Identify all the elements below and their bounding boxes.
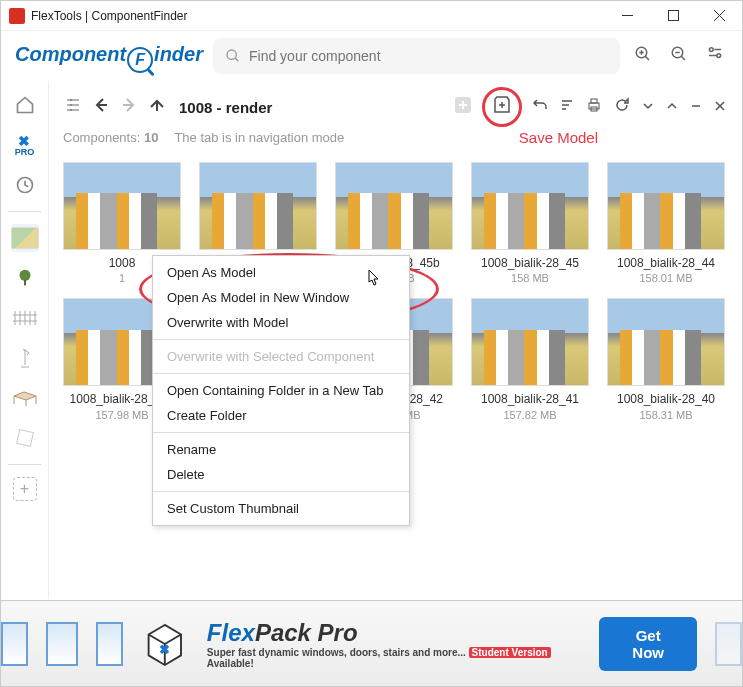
menu-separator bbox=[153, 432, 409, 433]
menu-open-new-window[interactable]: Open As Model in New Window bbox=[153, 285, 409, 310]
sidebar: ✖PRO + bbox=[1, 81, 49, 599]
thumb-tree-icon[interactable] bbox=[11, 264, 39, 292]
thumbnail-card[interactable]: 1008_bialik-28_40158.31 MB bbox=[607, 298, 725, 420]
toolbar: 1008 - render bbox=[63, 91, 728, 123]
thumb-fence-icon[interactable] bbox=[11, 304, 39, 332]
banner-text: FlexPack Pro Super fast dynamic windows,… bbox=[207, 619, 581, 669]
maximize-button[interactable] bbox=[650, 1, 696, 31]
zoom-in-icon[interactable] bbox=[630, 41, 656, 71]
print-icon[interactable] bbox=[584, 95, 604, 119]
close-panel-icon[interactable] bbox=[712, 96, 728, 118]
menu-open-as-model[interactable]: Open As Model bbox=[153, 260, 409, 285]
get-now-button[interactable]: Get Now bbox=[599, 617, 697, 671]
tree-toggle-icon[interactable] bbox=[63, 95, 83, 119]
main-area: ✖PRO + 1008 - render bbox=[1, 81, 742, 599]
back-button[interactable] bbox=[91, 95, 111, 119]
header: Component F inder bbox=[1, 31, 742, 81]
box-icon: ✖ bbox=[141, 619, 189, 669]
refresh-icon[interactable] bbox=[612, 95, 632, 119]
svg-point-4 bbox=[709, 48, 713, 52]
breadcrumb[interactable]: 1008 - render bbox=[179, 99, 272, 116]
logo-text-1: Component bbox=[15, 43, 126, 66]
settings-icon[interactable] bbox=[702, 41, 728, 71]
menu-delete[interactable]: Delete bbox=[153, 462, 409, 487]
thumbnail-card[interactable]: 1008_bialik-28_44158.01 MB bbox=[607, 162, 725, 284]
home-icon[interactable] bbox=[11, 91, 39, 119]
menu-rename[interactable]: Rename bbox=[153, 437, 409, 462]
svg-point-1 bbox=[227, 50, 236, 59]
xpro-icon[interactable]: ✖PRO bbox=[11, 131, 39, 159]
menu-create-folder[interactable]: Create Folder bbox=[153, 403, 409, 428]
menu-set-thumbnail[interactable]: Set Custom Thumbnail bbox=[153, 496, 409, 521]
forward-button[interactable] bbox=[119, 95, 139, 119]
svg-point-5 bbox=[717, 54, 721, 58]
window-icon bbox=[46, 622, 79, 666]
thumb-shape-icon[interactable] bbox=[11, 424, 39, 452]
history-icon[interactable] bbox=[11, 171, 39, 199]
window-title: FlexTools | ComponentFinder bbox=[31, 9, 604, 23]
thumbnail-card[interactable]: 1008_bialik-28_45158 MB bbox=[471, 162, 589, 284]
expand-icon[interactable] bbox=[664, 96, 680, 118]
thumbnail-card[interactable]: 1008_bialik-28_41157.82 MB bbox=[471, 298, 589, 420]
menu-separator bbox=[153, 339, 409, 340]
zoom-out-icon[interactable] bbox=[666, 41, 692, 71]
svg-rect-0 bbox=[668, 11, 678, 21]
content-panel: 1008 - render Components: 10 The tab is … bbox=[49, 81, 742, 599]
up-button[interactable] bbox=[147, 95, 167, 119]
titlebar: FlexTools | ComponentFinder bbox=[1, 1, 742, 31]
search-field[interactable] bbox=[213, 38, 620, 74]
context-menu: Open As Model Open As Model in New Windo… bbox=[152, 255, 410, 526]
door-icon bbox=[1, 622, 28, 666]
status-row: Components: 10 The tab is in navigation … bbox=[63, 129, 728, 146]
svg-rect-8 bbox=[24, 280, 26, 286]
thumb-building-icon[interactable] bbox=[11, 224, 39, 252]
svg-point-7 bbox=[19, 270, 30, 281]
add-button[interactable] bbox=[452, 94, 474, 120]
menu-overwrite-model[interactable]: Overwrite with Model bbox=[153, 310, 409, 335]
undo-icon[interactable] bbox=[530, 95, 550, 119]
thumb-lamp-icon[interactable] bbox=[11, 344, 39, 372]
search-icon bbox=[225, 48, 241, 64]
minimize-panel-icon[interactable] bbox=[688, 96, 704, 118]
app-logo: Component F inder bbox=[15, 43, 203, 69]
logo-f-glyph: F bbox=[127, 47, 153, 73]
search-input[interactable] bbox=[249, 48, 608, 64]
svg-point-10 bbox=[70, 104, 72, 106]
app-icon bbox=[9, 8, 25, 24]
logo-text-2: inder bbox=[154, 43, 203, 66]
save-model-button[interactable] bbox=[491, 94, 513, 120]
svg-point-11 bbox=[70, 109, 72, 111]
sidebar-divider-2 bbox=[8, 464, 41, 465]
svg-text:✖: ✖ bbox=[160, 641, 171, 656]
door-icon-3 bbox=[715, 622, 742, 666]
svg-rect-14 bbox=[591, 99, 597, 103]
thumb-desk-icon[interactable] bbox=[11, 384, 39, 412]
menu-separator bbox=[153, 373, 409, 374]
svg-point-9 bbox=[70, 99, 72, 101]
minimize-button[interactable] bbox=[604, 1, 650, 31]
sidebar-divider bbox=[8, 211, 41, 212]
menu-separator bbox=[153, 491, 409, 492]
save-model-label: Save Model bbox=[519, 129, 598, 146]
collapse-icon[interactable] bbox=[640, 96, 656, 118]
sort-icon[interactable] bbox=[558, 96, 576, 118]
close-button[interactable] bbox=[696, 1, 742, 31]
save-model-highlight bbox=[482, 87, 522, 127]
menu-open-folder[interactable]: Open Containing Folder in a New Tab bbox=[153, 378, 409, 403]
add-collection-button[interactable]: + bbox=[13, 477, 37, 501]
nav-mode-label: The tab is in navigation mode bbox=[174, 130, 344, 145]
door-icon-2 bbox=[96, 622, 123, 666]
promo-banner: ✖ FlexPack Pro Super fast dynamic window… bbox=[1, 600, 742, 686]
menu-overwrite-component: Overwrite with Selected Component bbox=[153, 344, 409, 369]
component-count: Components: 10 bbox=[63, 130, 158, 145]
